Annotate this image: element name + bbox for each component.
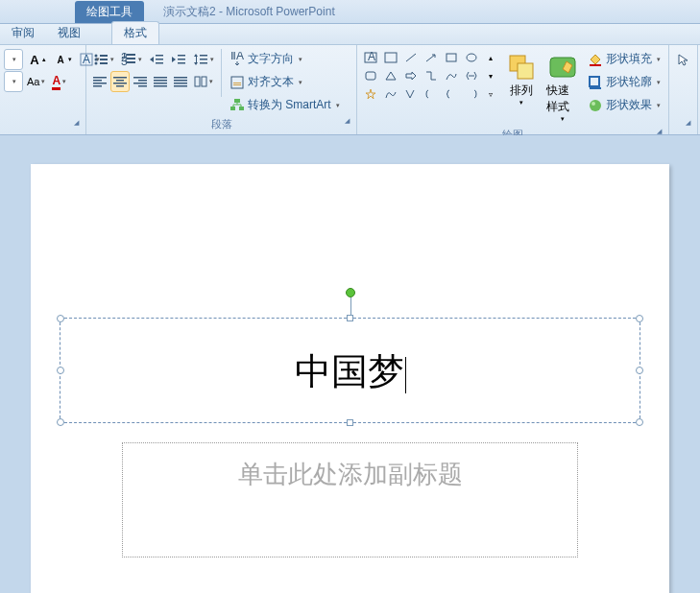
resize-handle-bl[interactable] xyxy=(57,418,64,426)
title-placeholder[interactable]: 中国梦 xyxy=(60,318,640,423)
quick-styles-button[interactable]: 快速样式▾ xyxy=(543,49,583,126)
resize-handle-bm[interactable] xyxy=(347,419,353,426)
resize-handle-ml[interactable] xyxy=(57,367,64,374)
group-label-edit xyxy=(673,117,693,132)
size-combo[interactable] xyxy=(4,71,23,92)
svg-rect-38 xyxy=(154,83,167,84)
shape-curve[interactable] xyxy=(442,67,461,84)
clear-format-button[interactable]: Aa xyxy=(24,71,48,92)
group-paragraph: 123 ⅡA文字方向 对齐文本 转换为 SmartArt xyxy=(86,45,357,134)
shape-oval[interactable] xyxy=(462,49,481,66)
shape-bracket2[interactable] xyxy=(462,85,481,103)
shape-triangle[interactable] xyxy=(381,67,400,84)
svg-rect-3 xyxy=(100,55,108,57)
font-combo[interactable] xyxy=(4,49,23,70)
grow-font-button[interactable]: A▴ xyxy=(24,49,49,70)
svg-rect-40 xyxy=(174,77,187,79)
shape-textbox[interactable]: A xyxy=(361,49,380,66)
svg-rect-64 xyxy=(590,64,601,66)
text-direction-button[interactable]: ⅡA文字方向 xyxy=(226,49,344,69)
align-justify-button[interactable] xyxy=(151,71,170,92)
svg-rect-39 xyxy=(154,85,167,87)
subtitle-placeholder[interactable]: 单击此处添加副标题 xyxy=(122,442,578,557)
shape-bracket[interactable] xyxy=(422,85,441,103)
svg-rect-51 xyxy=(230,107,235,110)
gallery-more-button[interactable]: ▿ xyxy=(481,85,500,103)
svg-line-57 xyxy=(426,55,435,61)
shape-brace[interactable] xyxy=(442,85,461,103)
shape-rarrow[interactable] xyxy=(401,67,421,84)
shrink-font-button[interactable]: A▾ xyxy=(50,49,75,70)
arrange-button[interactable]: 排列▾ xyxy=(502,49,542,109)
svg-rect-16 xyxy=(156,62,163,64)
svg-rect-13 xyxy=(127,61,135,63)
align-left-button[interactable] xyxy=(90,71,109,92)
svg-rect-65 xyxy=(590,77,599,86)
numbering-button[interactable]: 123 xyxy=(118,49,145,70)
svg-point-4 xyxy=(95,59,98,61)
align-center-button[interactable] xyxy=(110,71,130,92)
slide-canvas[interactable]: 中国梦 单击此处添加副标题 xyxy=(0,135,700,593)
font-color-button[interactable]: A xyxy=(49,71,69,92)
align-distribute-button[interactable] xyxy=(171,71,190,92)
group-drawing: A ▴ ▾ ▿ xyxy=(357,45,669,134)
shape-roundrect[interactable] xyxy=(361,67,380,84)
shape-line[interactable] xyxy=(401,49,421,66)
svg-rect-55 xyxy=(385,53,397,62)
svg-rect-36 xyxy=(154,77,167,79)
shape-star[interactable] xyxy=(361,85,380,103)
shape-effects-button[interactable]: 形状效果 xyxy=(584,95,664,115)
subtitle-text[interactable]: 单击此处添加副标题 xyxy=(238,458,463,491)
shape-connector[interactable] xyxy=(401,85,421,103)
resize-handle-mr[interactable] xyxy=(636,367,643,374)
rotate-handle[interactable] xyxy=(346,288,355,297)
svg-text:3: 3 xyxy=(121,55,128,66)
resize-handle-br[interactable] xyxy=(636,418,643,426)
shape-arrow[interactable] xyxy=(422,49,441,66)
convert-smartart-button[interactable]: 转换为 SmartArt xyxy=(226,95,344,115)
svg-rect-14 xyxy=(156,55,163,57)
tab-view[interactable]: 视图 xyxy=(46,22,92,44)
resize-handle-tl[interactable] xyxy=(57,315,64,322)
resize-handle-tm[interactable] xyxy=(347,315,353,321)
columns-button[interactable] xyxy=(191,71,216,92)
shapes-gallery[interactable]: A xyxy=(361,49,481,103)
increase-indent-button[interactable] xyxy=(168,49,189,70)
svg-rect-5 xyxy=(100,59,108,60)
resize-handle-tr[interactable] xyxy=(636,315,643,322)
svg-point-59 xyxy=(467,54,476,61)
align-right-button[interactable] xyxy=(131,71,150,92)
shape-darrow[interactable] xyxy=(462,67,481,84)
gallery-up-button[interactable]: ▴ xyxy=(481,49,500,66)
tab-review[interactable]: 审阅 xyxy=(0,22,46,44)
svg-rect-49 xyxy=(233,84,241,85)
context-tab-drawing[interactable]: 绘图工具 xyxy=(75,1,144,23)
svg-rect-28 xyxy=(113,77,127,79)
shape-elbow[interactable] xyxy=(422,67,441,84)
svg-rect-37 xyxy=(154,80,167,82)
svg-rect-44 xyxy=(195,77,200,86)
line-spacing-button[interactable] xyxy=(190,49,217,70)
gallery-down-button[interactable]: ▾ xyxy=(481,67,500,84)
svg-rect-21 xyxy=(200,55,207,57)
group-edit xyxy=(669,45,698,134)
svg-rect-26 xyxy=(93,83,107,84)
svg-text:ⅡA: ⅡA xyxy=(230,52,244,62)
decrease-indent-button[interactable] xyxy=(146,49,167,70)
shape-outline-button[interactable]: 形状轮廓 xyxy=(584,72,664,92)
svg-rect-17 xyxy=(178,55,185,57)
svg-rect-23 xyxy=(200,62,207,64)
bullets-button[interactable] xyxy=(90,49,117,70)
svg-rect-7 xyxy=(100,62,108,64)
slide[interactable]: 中国梦 单击此处添加副标题 xyxy=(31,164,669,593)
arrange-icon xyxy=(506,52,537,83)
select-button[interactable] xyxy=(673,49,692,70)
shape-rect[interactable] xyxy=(442,49,461,66)
title-text[interactable]: 中国梦 xyxy=(60,319,640,396)
align-text-button[interactable]: 对齐文本 xyxy=(226,72,344,92)
shape-vtextbox[interactable] xyxy=(381,49,400,66)
svg-rect-41 xyxy=(174,80,187,82)
shape-fill-button[interactable]: 形状填充 xyxy=(584,49,664,69)
shape-free[interactable] xyxy=(381,85,400,103)
tab-format[interactable]: 格式 xyxy=(111,21,159,44)
